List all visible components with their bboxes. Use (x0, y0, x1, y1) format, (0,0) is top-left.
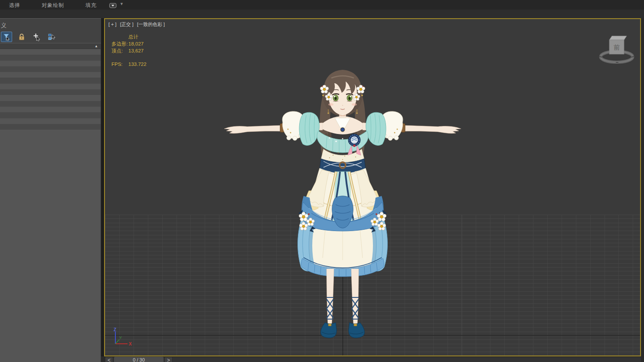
list-item[interactable] (0, 72, 101, 78)
application-window: 选择 对象绘制 填充 ▼ 义 (0, 0, 644, 362)
axis-gizmo: Z Y X (109, 328, 136, 349)
time-slider[interactable]: 0 / 30 (114, 357, 163, 362)
scene-explorer-toolbar (1, 32, 58, 42)
viewport-pov-label[interactable]: [正交 ] (120, 22, 134, 27)
chevron-down-icon[interactable]: ▼ (120, 2, 124, 6)
timeline-track[interactable] (105, 357, 641, 362)
list-item[interactable] (0, 78, 101, 83)
select-children-button[interactable] (46, 32, 58, 42)
list-item[interactable] (0, 112, 101, 118)
list-item[interactable] (0, 95, 101, 101)
menu-item-select[interactable]: 选择 (9, 2, 20, 9)
viewcube-front-label[interactable]: 前 (614, 44, 620, 51)
axis-z-label: Z (114, 328, 116, 332)
viewport-label[interactable]: [ + ] [正交 ] [一致的色彩 ] (108, 21, 167, 28)
list-item[interactable] (0, 124, 101, 130)
panel-title-partial: 义 (1, 22, 7, 29)
toolbar-band (0, 10, 644, 18)
lock-selection-button[interactable] (16, 32, 27, 42)
explorer-list (0, 49, 101, 362)
list-item[interactable] (0, 61, 101, 66)
stats-verts-value: 13,627 (128, 47, 144, 54)
add-to-selection-button[interactable] (31, 32, 42, 42)
stats-polys-value: 18,027 (128, 40, 144, 47)
select-children-icon (48, 33, 56, 41)
list-item[interactable] (0, 89, 101, 95)
stats-polys-label: 多边形: (111, 40, 128, 47)
explorer-rows (0, 49, 101, 130)
menu-item-populate[interactable]: 填充 (85, 2, 97, 9)
lock-icon (18, 33, 26, 41)
panel-divider[interactable] (101, 18, 104, 362)
character-model[interactable] (217, 65, 468, 342)
stats-verts-label: 顶点: (111, 47, 128, 54)
next-frame-button[interactable]: > (164, 357, 173, 362)
top-menu-bar: 选择 对象绘制 填充 ▼ (0, 0, 644, 10)
previous-frame-button[interactable]: < (105, 357, 113, 362)
list-item[interactable] (0, 118, 101, 124)
list-item[interactable] (0, 84, 101, 89)
explorer-list-header[interactable]: ▲ (0, 43, 101, 49)
axis-x-label: X (129, 342, 132, 346)
axis-y-label: Y (119, 336, 122, 340)
timeline-bar: < 0 / 30 > (101, 356, 644, 362)
add-cursor-icon (33, 33, 41, 41)
viewport[interactable]: [ + ] [正交 ] [一致的色彩 ] 总计 多边形: 18,027 顶点: … (104, 18, 641, 356)
display-filter-icon (3, 33, 11, 41)
stats-total-header: 总计 (128, 33, 138, 40)
list-item[interactable] (0, 66, 101, 72)
menu-item-object-paint[interactable]: 对象绘制 (42, 2, 64, 9)
viewcube[interactable]: 前 (595, 28, 638, 69)
viewport-general-menu[interactable]: [ + ] (108, 22, 117, 27)
list-item[interactable] (0, 49, 101, 55)
scene-explorer-panel: 义 (0, 18, 101, 362)
stats-fps-value: 133.722 (128, 61, 147, 68)
display-filter-button[interactable] (1, 32, 12, 42)
list-item[interactable] (0, 107, 101, 112)
minimize-toolbar-icon (109, 3, 117, 8)
stats-fps-label: FPS: (111, 61, 128, 68)
sort-ascending-icon[interactable]: ▲ (95, 44, 98, 49)
minimize-toolbar-button[interactable] (109, 2, 117, 10)
viewport-statistics: 总计 多边形: 18,027 顶点: 13,627 FPS: 133.722 (111, 33, 147, 68)
list-item[interactable] (0, 101, 101, 107)
list-item[interactable] (0, 55, 101, 60)
viewport-shading-label[interactable]: [一致的色彩 ] (137, 22, 165, 27)
